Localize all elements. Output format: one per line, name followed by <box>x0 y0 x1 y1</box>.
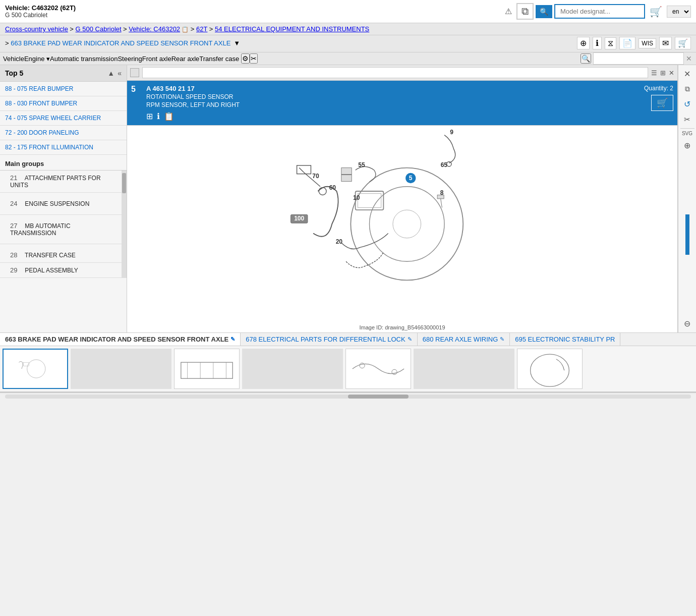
group-item-27[interactable]: 27 MB AUTOMATIC TRANSMISSION <box>0 215 122 244</box>
group-item-29[interactable]: 29 PEDAL ASSEMBLY <box>0 263 122 278</box>
strip-tab-680[interactable]: 680 REAR AXLE WIRING ✎ <box>418 333 510 346</box>
thumb-695-svg <box>517 349 582 388</box>
center-panel: ☰ ⊞ ✕ 5 A 463 540 21 17 ROTATIONAL SPEED… <box>127 65 678 332</box>
part-info-icon[interactable]: ℹ <box>157 111 160 121</box>
wis-icon[interactable]: WIS <box>639 38 656 48</box>
part-name-2: RPM SENSOR, LEFT AND RIGHT <box>146 101 639 108</box>
breadcrumb-cross-country[interactable]: Cross-country vehicle <box>5 25 68 33</box>
group-item-28[interactable]: 28 TRANSFER CASE <box>0 244 122 263</box>
diagram-area: 100 9 55 65 70 60 10 8 20 5 <box>127 126 677 322</box>
strip-tab-678[interactable]: 678 ELECTRICAL PARTS FOR DIFFERENTIAL LO… <box>241 333 417 346</box>
fullscreen-icon[interactable]: ⧉ <box>683 83 692 95</box>
svg-text:9: 9 <box>450 129 453 136</box>
thumb-678[interactable] <box>174 349 240 389</box>
tab-icon-1[interactable]: ⚙ <box>241 53 250 64</box>
zoom-out-diagram-icon[interactable]: ⊖ <box>682 317 692 330</box>
breadcrumb-row1: Cross-country vehicle > G 500 Cabriolet … <box>0 23 696 35</box>
strip-tab-695[interactable]: 695 ELECTRONIC STABILITY PR <box>510 333 620 346</box>
part-doc-icon[interactable]: 📋 <box>164 111 174 121</box>
breadcrumb-62t[interactable]: 62T <box>196 25 207 33</box>
top5-item-4[interactable]: 72 - 200 DOOR PANELING <box>0 126 127 140</box>
nav-search-icon[interactable]: 🔍 <box>581 53 591 64</box>
thumb-663[interactable] <box>3 349 68 389</box>
tab-front-axle[interactable]: Front axle <box>142 55 171 63</box>
part-details: A 463 540 21 17 ROTATIONAL SPEED SENSOR … <box>146 85 639 121</box>
top5-item-1[interactable]: 88 - 075 REAR BUMPER <box>0 82 127 96</box>
filter-icon[interactable]: ⧖ <box>605 37 616 49</box>
parts-list-header: ☰ ⊞ ✕ <box>127 65 677 81</box>
svg-rect-24 <box>23 362 29 366</box>
breadcrumb-g500[interactable]: G 500 Cabriolet <box>76 25 122 33</box>
part-table-icon[interactable]: ⊞ <box>146 111 153 121</box>
scrollbar-track[interactable] <box>5 395 691 399</box>
nav-search-clear[interactable]: ✕ <box>686 54 692 63</box>
tab-steering[interactable]: Steering <box>118 55 142 63</box>
part-code: A 463 540 21 17 <box>146 85 639 92</box>
history-icon[interactable]: ↺ <box>682 97 692 111</box>
thumb-680-svg <box>346 349 411 388</box>
nav-search-input[interactable] <box>593 52 684 65</box>
svg-text:20: 20 <box>336 238 343 245</box>
scrollbar-row <box>0 393 696 400</box>
svg-point-31 <box>392 369 397 374</box>
svg-text:55: 55 <box>358 161 365 169</box>
thumb-spacer3 <box>414 349 514 389</box>
strip-tab-663[interactable]: 663 BRAKE PAD WEAR INDICATOR AND SPEED S… <box>0 333 241 346</box>
parts-grid-view-icon[interactable]: ⊞ <box>660 69 666 77</box>
parts-close-icon[interactable]: ✕ <box>669 69 674 77</box>
tab-engine[interactable]: Engine ▾ <box>24 55 50 63</box>
top5-item-3[interactable]: 74 - 075 SPARE WHEEL CARRIER <box>0 111 127 126</box>
thumb-680[interactable] <box>345 349 411 389</box>
breadcrumb-vehicle[interactable]: Vehicle: C463202 <box>129 25 180 33</box>
svg-point-5 <box>319 188 326 195</box>
vehicle-info: Vehicle: C463202 (62T) G 500 Cabriolet <box>5 4 502 19</box>
copy-icon[interactable]: ⧉ <box>516 3 534 20</box>
model-search-input[interactable] <box>554 4 645 19</box>
info-icon[interactable]: ℹ <box>593 37 602 49</box>
breadcrumb-54[interactable]: 54 ELECTRICAL EQUIPMENT AND INSTRUMENTS <box>215 25 369 33</box>
accent-bar <box>685 214 689 255</box>
group-item-24[interactable]: 24 ENGINE SUSPENSION <box>0 193 122 215</box>
parts-search-input[interactable] <box>142 67 648 78</box>
sidebar-header: Top 5 ▲ « <box>0 65 127 82</box>
tab-icon-2[interactable]: ✂ <box>250 53 258 64</box>
diagram-svg: 100 9 55 65 70 60 10 8 20 5 <box>127 126 677 322</box>
sidebar-close-icon[interactable]: « <box>118 69 122 77</box>
svg-rect-25 <box>181 362 233 378</box>
language-select[interactable]: en <box>667 6 691 18</box>
sidebar-scrollbar-thumb <box>122 173 126 193</box>
zoom-in-icon[interactable]: ⊕ <box>577 37 590 49</box>
cart-header-icon[interactable]: 🛒 <box>647 4 665 19</box>
svg-point-23 <box>27 360 45 378</box>
cart-breadcrumb-icon[interactable]: 🛒 <box>675 37 691 49</box>
parts-list-view-icon[interactable]: ☰ <box>651 69 657 77</box>
vehicle-id: Vehicle: C463202 (62T) <box>5 4 502 12</box>
document-icon[interactable]: 📄 <box>619 37 635 49</box>
breadcrumb-663[interactable]: 663 BRAKE PAD WEAR INDICATOR AND SPEED S… <box>11 39 230 47</box>
top5-item-2[interactable]: 88 - 030 FRONT BUMPER <box>0 96 127 111</box>
tab-transfer-case[interactable]: Transfer case <box>199 55 239 63</box>
add-to-cart-button[interactable]: 🛒 <box>651 95 673 111</box>
svg-point-1 <box>370 187 445 262</box>
mail-icon[interactable]: ✉ <box>659 37 672 49</box>
warning-icon[interactable]: ⚠ <box>502 5 514 18</box>
sidebar-scrollbar[interactable] <box>122 171 127 278</box>
tab-vehicle[interactable]: Vehicle <box>3 55 24 63</box>
part-name-1: ROTATIONAL SPEED SENSOR <box>146 93 639 100</box>
scissors-icon[interactable]: ✂ <box>682 113 692 126</box>
scrollbar-thumb[interactable] <box>348 395 409 399</box>
checkbox-col[interactable] <box>130 68 139 77</box>
svg-text:60: 60 <box>329 184 336 191</box>
top-toolbar: ⚠ ⧉ 🔍 🛒 en <box>502 3 691 20</box>
tab-rear-axle[interactable]: Rear axle <box>171 55 200 63</box>
zoom-in-diagram-icon[interactable]: ⊕ <box>682 139 692 152</box>
svg-point-7 <box>447 162 451 166</box>
group-item-21[interactable]: 21 ATTACHMENT PARTS FOR UNITS <box>0 171 122 193</box>
tab-transmission[interactable]: Automatic transmission <box>50 55 118 63</box>
sidebar-collapse-icon[interactable]: ▲ <box>107 69 114 77</box>
search-icon[interactable]: 🔍 <box>536 5 552 18</box>
diagram-close-button[interactable]: ✕ <box>682 67 692 81</box>
thumb-695[interactable] <box>517 349 583 389</box>
svg-text:100: 100 <box>294 215 304 222</box>
top5-item-5[interactable]: 82 - 175 FRONT ILLUMINATION <box>0 140 127 155</box>
